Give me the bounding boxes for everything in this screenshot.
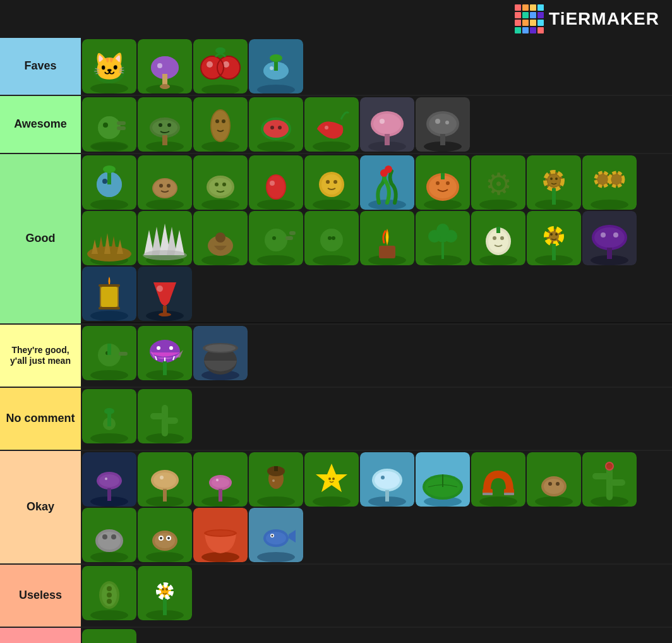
plant-card[interactable]	[249, 452, 303, 507]
plant-card[interactable]	[527, 452, 581, 507]
plant-card[interactable]	[249, 97, 303, 152]
svg-point-239	[216, 479, 219, 481]
plant-card[interactable]	[193, 452, 248, 507]
svg-rect-154	[379, 246, 395, 258]
plant-card[interactable]	[138, 97, 192, 152]
plant-card[interactable]	[304, 452, 359, 507]
plant-card[interactable]	[416, 155, 470, 210]
svg-point-216	[104, 408, 114, 414]
svg-rect-176	[552, 244, 556, 260]
plant-card[interactable]	[249, 39, 303, 93]
plant-card[interactable]	[304, 211, 359, 265]
plant-card[interactable]	[360, 452, 414, 507]
svg-point-87	[209, 178, 232, 196]
svg-point-91	[257, 200, 295, 210]
tier-row-faves: Faves 🐱	[0, 38, 672, 96]
plant-card[interactable]	[304, 155, 359, 210]
plant-card[interactable]	[82, 566, 136, 620]
svg-point-19	[215, 47, 225, 54]
plant-card[interactable]	[193, 155, 248, 210]
svg-point-69	[445, 121, 449, 124]
svg-point-99	[326, 180, 330, 184]
plant-card[interactable]	[82, 97, 136, 152]
svg-point-166	[493, 236, 496, 240]
plant-card[interactable]	[249, 155, 303, 210]
plant-card[interactable]	[82, 155, 136, 210]
svg-point-40	[167, 123, 171, 127]
svg-rect-70	[440, 134, 445, 145]
plant-card[interactable]	[416, 452, 470, 507]
svg-point-262	[479, 496, 517, 507]
plant-card[interactable]	[527, 155, 581, 210]
plant-card[interactable]	[193, 326, 248, 380]
plant-card[interactable]	[582, 211, 637, 265]
svg-point-192	[157, 285, 163, 292]
plant-card[interactable]	[360, 155, 414, 210]
plant-card[interactable]	[82, 211, 136, 265]
svg-point-72	[90, 200, 128, 210]
svg-point-148	[313, 255, 351, 265]
plant-card[interactable]	[138, 508, 192, 562]
plant-card[interactable]	[138, 39, 192, 93]
plant-card[interactable]	[82, 389, 136, 443]
plant-card[interactable]	[193, 508, 248, 562]
plant-card[interactable]	[249, 211, 303, 265]
plant-card[interactable]	[193, 39, 248, 93]
svg-point-47	[222, 119, 225, 123]
svg-point-293	[167, 537, 170, 539]
plant-card[interactable]	[82, 629, 136, 643]
plant-card[interactable]	[138, 566, 192, 620]
plant-card[interactable]: 🐱	[82, 39, 136, 93]
plant-card[interactable]	[138, 389, 192, 443]
plant-card[interactable]	[138, 326, 192, 380]
svg-point-270	[544, 479, 564, 494]
plant-card[interactable]	[360, 211, 414, 265]
plant-card[interactable]	[416, 97, 470, 152]
tier-items-no-comment	[81, 388, 672, 450]
svg-point-98	[321, 174, 342, 195]
svg-point-241	[257, 496, 295, 507]
svg-rect-199	[119, 352, 128, 356]
svg-point-180	[594, 227, 625, 248]
svg-point-302	[266, 532, 286, 544]
plant-card[interactable]	[193, 211, 248, 265]
plant-card[interactable]	[304, 97, 359, 152]
plant-card[interactable]	[471, 452, 525, 507]
plant-card[interactable]	[471, 211, 525, 265]
plant-card[interactable]	[82, 267, 136, 321]
plant-card[interactable]	[193, 97, 248, 152]
svg-point-227	[105, 478, 107, 480]
plant-card[interactable]	[82, 508, 136, 562]
svg-point-163	[479, 255, 517, 265]
plant-card[interactable]	[527, 211, 581, 265]
tier-row-awesome: Awesome	[0, 96, 672, 154]
plant-card[interactable]	[138, 452, 192, 507]
tier-row-theyre-good: They're good, y'all just mean	[0, 325, 672, 388]
plant-card[interactable]	[138, 267, 192, 321]
svg-point-118	[548, 174, 560, 187]
plant-card[interactable]	[138, 211, 192, 265]
svg-point-213	[90, 433, 128, 443]
svg-point-75	[102, 179, 107, 184]
svg-rect-226	[107, 488, 111, 501]
plant-card[interactable]	[82, 326, 136, 380]
plant-card[interactable]: ⚙	[471, 155, 525, 210]
svg-rect-277	[610, 479, 625, 486]
svg-point-281	[90, 552, 128, 562]
logo-grid	[515, 4, 544, 33]
tier-items-good: ⚙	[81, 154, 672, 322]
tier-label-nope: Nope	[0, 628, 81, 643]
plant-card[interactable]	[249, 508, 303, 562]
svg-point-81	[153, 179, 176, 197]
plant-card[interactable]	[138, 155, 192, 210]
svg-rect-266	[504, 493, 514, 495]
svg-point-306	[90, 610, 128, 620]
plant-card[interactable]	[582, 452, 637, 507]
plant-card[interactable]	[582, 155, 637, 210]
plant-card[interactable]	[360, 97, 414, 152]
plant-card[interactable]	[416, 211, 470, 265]
svg-point-128	[611, 174, 621, 184]
svg-point-15	[207, 61, 213, 68]
plant-card[interactable]	[82, 452, 136, 507]
svg-point-310	[107, 592, 112, 598]
